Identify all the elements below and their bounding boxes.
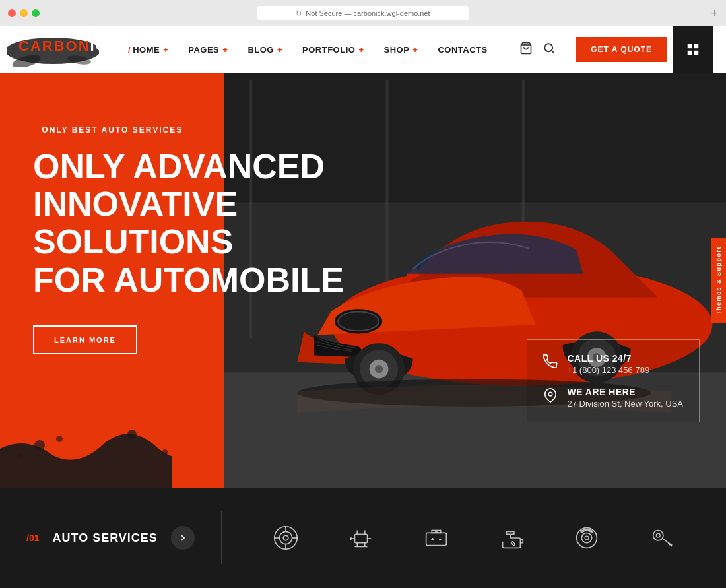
svg-point-4 [544,44,552,51]
traffic-lights [8,9,40,17]
nav-plus-home: + [163,45,168,55]
hero-eyebrow-slash: / [33,125,36,135]
nav-label-portfolio: Portfolio [302,45,355,55]
svg-point-22 [375,365,383,373]
key-icon [647,523,677,553]
oil-icon [496,523,527,553]
logo-image: CARBONICK [13,35,99,64]
nav-label-blog: Blog [248,45,274,55]
svg-point-32 [18,453,22,457]
new-tab-button[interactable]: + [711,7,718,20]
svg-point-36 [283,535,288,540]
svg-point-28 [34,440,45,451]
close-button[interactable] [8,9,16,17]
nav-label-contacts: Contacts [438,45,487,55]
themes-support-tab[interactable]: Themes & Support [711,238,726,323]
nav-slash-home: / [128,45,131,55]
reload-icon: ↻ [296,9,302,18]
bottom-bar: /01 Auto Services [0,488,726,587]
search-icon[interactable] [543,42,555,57]
nav-item-contacts[interactable]: Contacts [428,40,496,60]
address-label: We are Here [567,387,683,397]
url-text: Not Secure — carbonick.wgl-demo.net [306,9,430,17]
nav-plus-portfolio: + [358,45,364,55]
svg-point-58 [585,536,589,540]
svg-rect-5 [688,44,692,48]
nav-label-shop: Shop [383,45,409,55]
svg-rect-41 [354,534,367,542]
svg-rect-8 [694,51,698,55]
cart-icon[interactable] [519,42,533,57]
svg-rect-6 [694,44,698,48]
nav-item-portfolio[interactable]: Portfolio + [293,40,373,60]
svg-point-57 [581,533,591,542]
service-oil[interactable] [496,523,527,553]
hero-info-box: Call Us 24/7 +1 (800) 123 456 789 We are… [527,339,700,422]
svg-point-60 [656,533,660,537]
nav-item-blog[interactable]: Blog + [238,40,292,60]
nav-label-home: Home [133,45,160,55]
svg-point-35 [279,531,292,544]
svg-point-59 [653,531,663,540]
service-key[interactable] [647,523,677,553]
navbar: CARBONICK / Home + Pages + Blog + Portfo… [0,26,726,73]
service-tire[interactable] [271,523,301,553]
svg-rect-51 [432,531,436,533]
services-num: /01 [26,533,39,543]
nav-plus-shop: + [412,45,418,55]
svg-rect-50 [426,533,447,545]
logo-carbon: CARBON [18,38,90,54]
get-quote-button[interactable]: GET A QUOTE [576,37,667,62]
services-arrow-button[interactable] [171,526,195,550]
phone-info: Call Us 24/7 +1 (800) 123 456 789 [567,353,649,375]
learn-more-button[interactable]: LEARN MORE [33,325,137,354]
hero-section: / ONLY BEST AUTO SERVICES Only Advanced … [0,73,726,488]
nav-item-shop[interactable]: Shop + [374,40,427,60]
nav-label-pages: Pages [188,45,219,55]
engine-icon [346,523,376,553]
service-brake[interactable] [572,523,602,553]
svg-rect-7 [688,51,692,55]
logo[interactable]: CARBONICK [13,35,99,64]
tire-icon [271,523,301,553]
services-label-area: /01 Auto Services [0,526,221,550]
location-icon [543,388,558,406]
brake-icon [572,523,602,553]
services-text: Auto Services [52,531,157,545]
hero-eyebrow: / ONLY BEST AUTO SERVICES [33,125,363,135]
nav-icons: GET A QUOTE [519,37,667,62]
service-icons-row [222,523,726,553]
minimize-button[interactable] [20,9,28,17]
maximize-button[interactable] [32,9,40,17]
hero-eyebrow-text: ONLY BEST AUTO SERVICES [42,125,183,135]
info-address: We are Here 27 Division St, New York, US… [543,387,683,408]
nav-item-home[interactable]: / Home + [119,40,178,60]
svg-point-30 [127,430,137,439]
nav-item-pages[interactable]: Pages + [179,40,237,60]
url-bar[interactable]: ↻ Not Secure — carbonick.wgl-demo.net [257,6,469,20]
svg-rect-52 [437,531,441,533]
main-nav: / Home + Pages + Blog + Portfolio + Shop… [119,40,519,60]
svg-point-31 [162,449,168,455]
service-engine[interactable] [346,523,376,553]
nav-plus-blog: + [277,45,282,55]
browser-chrome: ↻ Not Secure — carbonick.wgl-demo.net + [0,0,726,26]
hero-title: Only Advanced Innovative Solutions for A… [33,148,363,299]
hero-title-line1: Only Advanced [33,148,363,185]
address-value: 27 Division St, New York, USA [567,399,683,408]
nav-plus-pages: + [222,45,228,55]
themes-tab-label[interactable]: Themes & Support [711,238,726,323]
website: CARBONICK / Home + Pages + Blog + Portfo… [0,26,726,588]
service-battery[interactable] [421,523,451,553]
grid-menu-button[interactable] [673,26,713,73]
svg-point-33 [549,392,553,396]
battery-icon [421,523,451,553]
address-info: We are Here 27 Division St, New York, US… [567,387,683,408]
svg-point-29 [56,436,63,442]
phone-value: +1 (800) 123 456 789 [567,365,649,375]
logo-nick: ICK [90,38,119,54]
hero-title-line3: for Automobile [33,261,363,299]
phone-label: Call Us 24/7 [567,353,649,364]
hero-title-line2: Innovative Solutions [33,185,363,261]
info-phone: Call Us 24/7 +1 (800) 123 456 789 [543,353,683,375]
